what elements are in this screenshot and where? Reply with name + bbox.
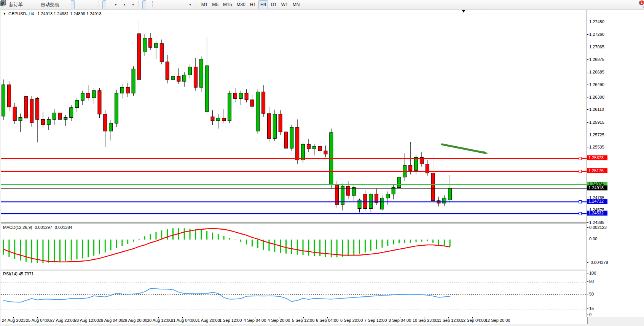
date-label: 25 Aug 04:00	[26, 318, 51, 323]
candle-body	[171, 76, 175, 80]
candle-body	[120, 87, 124, 93]
price-tick: 1.25915	[589, 120, 604, 125]
auto-trading-button[interactable]: 自动交易	[38, 0, 61, 9]
date-tick	[110, 317, 110, 318]
candle-body	[13, 107, 16, 121]
chart-dropdown-caret[interactable]: ▼	[3, 12, 6, 16]
chevron-down-icon: ▼	[123, 3, 126, 6]
date-label: 31 Aug 04:00	[171, 318, 196, 323]
toolbar-separator	[196, 1, 198, 8]
date-tick	[182, 317, 183, 318]
candle-chart-button[interactable]	[71, 0, 75, 9]
candle-body	[443, 198, 446, 203]
templates-button[interactable]: ▼	[128, 0, 137, 9]
price-chart-canvas[interactable]	[1, 10, 587, 222]
date-tick	[134, 317, 134, 318]
shift-chart-button[interactable]	[102, 0, 106, 9]
crosshair-button[interactable]	[147, 0, 150, 9]
new-order-button[interactable]: 新订单	[6, 0, 25, 9]
candle-body	[380, 198, 384, 209]
price-tick: 1.27450	[589, 19, 604, 24]
candle-body	[369, 194, 373, 209]
vertical-line-tool[interactable]	[156, 0, 160, 9]
line-handle	[579, 200, 582, 203]
date-tick	[13, 317, 14, 318]
timeframe-button-mn[interactable]: MN	[291, 0, 302, 9]
date-label: 27 Aug 23:00	[50, 318, 75, 323]
candle-body	[81, 93, 84, 101]
date-label: 5 Sep 12:00	[292, 318, 314, 323]
timeframe-button-h1[interactable]: H1	[248, 0, 258, 9]
candle-body	[397, 177, 401, 188]
rsi-pane[interactable]	[1, 270, 587, 317]
candle-body	[290, 127, 293, 148]
candle-body	[149, 38, 152, 47]
signal-button[interactable]	[33, 0, 37, 9]
date-label: 11 Sep 12:00	[437, 318, 462, 323]
date-tick	[303, 317, 304, 318]
candle-body	[307, 144, 310, 149]
price-axis[interactable]: 1.274501.272601.270651.268751.266851.264…	[587, 10, 644, 317]
line-chart-button[interactable]	[75, 0, 79, 9]
history-center-button[interactable]	[25, 0, 29, 9]
community-button[interactable]	[29, 0, 33, 9]
chevron-down-icon: ▼	[132, 3, 135, 6]
timeframe-button-m30[interactable]: M30	[234, 0, 247, 9]
candle-body	[194, 67, 197, 87]
bar-chart-button[interactable]	[67, 0, 70, 9]
zoom-out-button[interactable]	[89, 0, 92, 9]
date-tick	[400, 317, 400, 318]
macd-canvas[interactable]	[1, 224, 587, 269]
date-tick	[255, 317, 255, 318]
price-tick: 1.27260	[589, 32, 604, 37]
date-tick	[327, 317, 328, 318]
candle-body	[409, 165, 412, 171]
fibonacci-tool[interactable]: F	[173, 0, 177, 9]
label-tool[interactable]: T	[181, 0, 185, 9]
candle-body	[273, 114, 276, 139]
rsi-canvas[interactable]	[1, 270, 587, 317]
cursor-button[interactable]	[142, 0, 146, 9]
price-pane[interactable]	[1, 10, 587, 223]
date-tick	[86, 317, 86, 318]
macd-pane[interactable]	[1, 224, 587, 269]
toolbar-separator	[81, 1, 83, 8]
channel-tool[interactable]: E	[169, 0, 172, 9]
text-tool[interactable]: A	[177, 0, 181, 9]
candle-body	[239, 93, 242, 99]
timeframe-button-d1[interactable]: D1	[269, 0, 278, 9]
candle-body	[47, 120, 50, 125]
auto-scroll-button[interactable]	[107, 0, 110, 9]
timeframe-button-m15[interactable]: M15	[221, 0, 234, 9]
zoom-in-button[interactable]	[84, 0, 88, 9]
date-tick	[352, 317, 352, 318]
chart-shift-marker[interactable]	[462, 10, 465, 13]
date-label: 8 Sep 04:00	[389, 318, 411, 323]
timeframe-button-m5[interactable]: M5	[210, 0, 220, 9]
timeframe-button-m1[interactable]: M1	[199, 0, 210, 9]
timeframe-button-w1[interactable]: W1	[279, 0, 290, 9]
price-level-label: 1.24532	[587, 211, 607, 216]
tile-windows-button[interactable]	[93, 0, 97, 9]
candle-body	[160, 43, 163, 62]
trend-arrow-head	[483, 151, 488, 154]
timeframe-button-h4[interactable]: H4	[258, 0, 268, 9]
trendline-tool[interactable]	[164, 0, 168, 9]
date-label: 1 Sep 12:00	[219, 318, 242, 323]
candle-body	[104, 114, 107, 131]
price-tick: 1.26685	[589, 70, 604, 74]
macd-scale-tick: 0.00	[589, 237, 597, 241]
rsi-scale-tick: 80	[589, 279, 594, 284]
candle-body	[86, 93, 90, 98]
date-label: 28 Aug 12:00	[74, 318, 99, 323]
price-level-label: 1.24918	[587, 185, 607, 190]
horizontal-line-tool[interactable]	[160, 0, 164, 9]
arrows-tool[interactable]: ▼	[185, 0, 194, 9]
candle-body	[262, 92, 265, 113]
periods-button[interactable]: ▼	[120, 0, 128, 9]
date-axis[interactable]: 24 Aug 202325 Aug 04:0027 Aug 23:0028 Au…	[1, 317, 588, 324]
date-tick	[376, 317, 376, 318]
price-tick: 1.26110	[589, 107, 604, 112]
indicators-button[interactable]: ▼	[111, 0, 119, 9]
chart-ohlc-values: 1.24913 1.24981 1.24896 1.24918	[37, 11, 101, 16]
